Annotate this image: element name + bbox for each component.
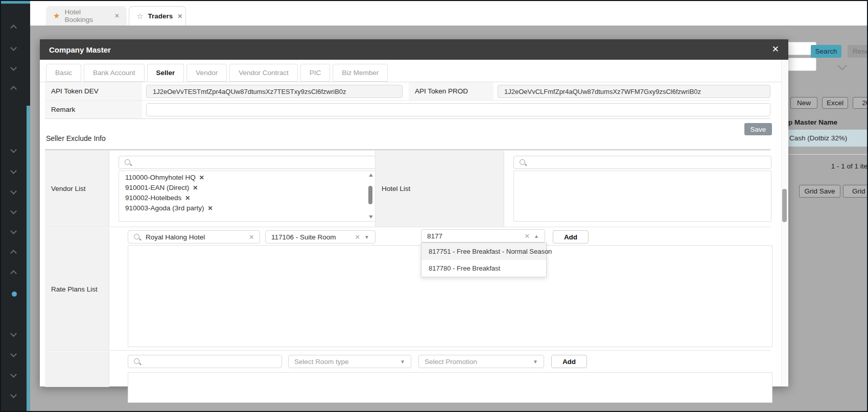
scrollbar-thumb[interactable] [368, 186, 372, 204]
modal-scrollbar-track[interactable] [781, 60, 787, 386]
excel-button[interactable]: Excel [822, 97, 848, 109]
promotion-select[interactable]: Select Promotion ▼ [418, 355, 544, 368]
token-form-row: API Token DEV 1J2eOeVvTESTmfZpr4aQUw87dt… [45, 82, 770, 101]
chevron-down-icon [10, 208, 17, 214]
star-filled-icon[interactable]: ★ [53, 11, 60, 20]
modal-close-icon[interactable]: ✕ [772, 44, 779, 55]
room-type-placeholder: Select Room type [294, 358, 349, 366]
remove-icon[interactable]: ✕ [185, 195, 190, 202]
vendor-hotel-row: Vendor List 110000-Ohmyhotel HQ ✕ 910001… [45, 151, 770, 227]
chevron-up-icon[interactable]: ▲ [534, 233, 539, 239]
remove-icon[interactable]: ✕ [208, 205, 213, 212]
rate-plans-filter-row: Select Room type ▼ Select Promotion ▼ Ad… [45, 351, 770, 387]
sidebar-accent-strip [27, 106, 30, 411]
modal-header: Company Master [40, 39, 788, 60]
sidebar-item[interactable] [1, 39, 27, 57]
active-indicator-dot [12, 292, 17, 297]
sidebar-item[interactable] [1, 19, 27, 37]
reset-button[interactable]: Rese [848, 45, 868, 58]
sidebar-item[interactable] [1, 223, 27, 240]
room-type-select[interactable]: Select Room type ▼ [288, 355, 411, 368]
api-token-prod-label: API Token PROD [409, 82, 494, 100]
chevron-down-icon [10, 44, 17, 51]
new-button[interactable]: New [790, 97, 817, 109]
tab-bank-account[interactable]: Bank Account [84, 64, 145, 82]
tab-traders[interactable]: ☆ Traders ✕ [129, 6, 186, 26]
dropdown-option[interactable]: 817780 - Free Breakfast [421, 260, 546, 277]
tab-vendor[interactable]: Vendor [186, 64, 227, 82]
sidebar-item[interactable] [1, 141, 27, 159]
api-token-dev-field[interactable]: 1J2eOeVvTESTmfZpr4aQUw87dtumsXz7TESTxy9z… [146, 85, 403, 98]
chevron-down-icon[interactable]: ▼ [364, 234, 369, 240]
add-button[interactable]: Add [551, 355, 587, 368]
promotion-query-value: 8177 [427, 232, 442, 240]
clear-icon[interactable]: ✕ [355, 233, 360, 241]
search-button[interactable]: Search [811, 45, 841, 58]
search-icon [124, 159, 132, 166]
sidebar-item[interactable] [1, 162, 27, 180]
search-icon [133, 233, 141, 241]
sidebar-item[interactable] [1, 245, 27, 262]
save-button[interactable]: Save [744, 123, 772, 135]
modal-title: Company Master [49, 45, 111, 54]
remove-icon[interactable]: ✕ [193, 184, 198, 191]
sidebar-item[interactable] [1, 183, 27, 200]
tab-biz-member[interactable]: Biz Member [333, 64, 388, 82]
dropdown-option[interactable]: 817751 - Free Breakfast - Normal Season [421, 243, 546, 260]
hotel-search-input[interactable] [513, 156, 771, 169]
api-token-dev-label: API Token DEV [45, 82, 142, 100]
close-icon[interactable]: ✕ [114, 12, 120, 19]
scroll-up-icon[interactable] [369, 174, 373, 177]
clear-icon[interactable]: ✕ [524, 232, 530, 240]
clear-icon[interactable]: ✕ [249, 233, 254, 241]
company-master-modal: Company Master ✕ Basic Bank Account Sell… [40, 39, 788, 386]
room-type-select[interactable]: 117106 - Suite Room ✕ ▼ [265, 230, 376, 244]
sidebar-item[interactable] [1, 81, 27, 98]
chevron-up-icon [10, 25, 17, 31]
modal-tab-bar: Basic Bank Account Seller Vendor Vendor … [46, 64, 768, 82]
pagination-label: 1 - 1 of 1 ite [788, 162, 867, 170]
tab-label: Traders [148, 12, 173, 20]
tab-seller[interactable]: Seller [147, 64, 184, 82]
api-token-prod-field[interactable]: 1J2eOeVvCLFmfZpr4aQUw87dtumsXz7WFM7Gxy9z… [498, 85, 770, 98]
page-size-button[interactable]: 20 [853, 97, 868, 109]
modal-scrollbar-thumb[interactable] [782, 189, 787, 222]
rate-plan-hotel-search[interactable]: Royal Halong Hotel ✕ [128, 230, 260, 244]
tab-hotel-bookings[interactable]: ★ Hotel Bookings ✕ [46, 6, 127, 26]
vendor-list-box: 110000-Ohmyhotel HQ ✕ 910001-EAN (Direct… [119, 171, 376, 222]
tab-basic[interactable]: Basic [46, 64, 81, 82]
sidebar-item[interactable] [1, 386, 27, 404]
rate-plan-search-input[interactable] [128, 355, 282, 368]
chevron-down-icon[interactable]: ▼ [533, 359, 538, 365]
sidebar-item[interactable] [1, 285, 27, 302]
add-rate-plan-button[interactable]: Add [553, 230, 589, 244]
sidebar-item[interactable] [1, 346, 27, 363]
close-icon[interactable]: ✕ [177, 13, 182, 20]
star-outline-icon[interactable]: ☆ [136, 12, 143, 21]
vendor-chip: 110000-Ohmyhotel HQ ✕ [119, 171, 375, 181]
grid-save-button[interactable]: Grid Save [799, 185, 840, 198]
vendor-chip: 910001-EAN (Direct) ✕ [119, 181, 375, 191]
tab-pic[interactable]: PIC [300, 64, 331, 82]
sidebar-item[interactable] [1, 366, 27, 383]
sidebar-top-accent [1, 1, 30, 4]
sidebar-item[interactable] [1, 203, 27, 220]
chevron-down-icon[interactable]: ▼ [400, 359, 405, 365]
chevron-up-icon [10, 250, 17, 256]
collapse-filters-icon[interactable] [839, 61, 846, 68]
promotion-combo-input[interactable]: 8177 ✕ ▲ [421, 229, 545, 243]
hotel-list-label: Hotel List [375, 151, 504, 227]
grid-reset-button[interactable]: Grid R [843, 185, 868, 198]
rate-plans-label: Rate Plans List [45, 228, 109, 350]
room-type-value: 117106 - Suite Room [271, 233, 336, 241]
sidebar-item[interactable] [1, 59, 27, 77]
remark-field[interactable] [146, 103, 770, 116]
scroll-down-icon[interactable] [369, 215, 373, 219]
sidebar-item[interactable] [1, 325, 27, 343]
vendor-search-input[interactable] [119, 156, 376, 169]
sidebar-item[interactable] [1, 265, 27, 282]
remove-icon[interactable]: ✕ [199, 174, 204, 181]
tab-vendor-contract[interactable]: Vendor Contract [229, 64, 298, 82]
vendor-list-scrollbar[interactable] [367, 172, 374, 220]
remark-label: Remark [45, 101, 142, 118]
